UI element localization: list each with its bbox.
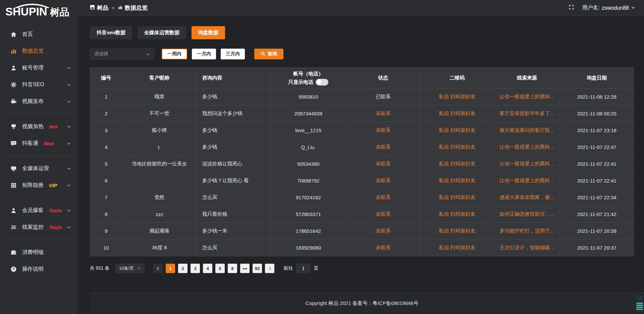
page-button-5[interactable]: 5 bbox=[215, 264, 225, 273]
source-link[interactable]: 无主灯设计，智能磁吸轨道灯... bbox=[494, 240, 560, 256]
new-tag: New bbox=[44, 141, 54, 146]
phone-only-toggle[interactable] bbox=[316, 79, 328, 86]
sidebar-item-data-overview[interactable]: 数据总览 bbox=[0, 43, 78, 59]
sidebar-item-lead-monitor[interactable]: 线索监控 Tools bbox=[0, 219, 78, 235]
table-header-row: 编号 客户昵称 咨询内容 帐号（电话） 只显示电话 状态 二维码 线索来源 bbox=[90, 68, 634, 89]
menu-divider bbox=[5, 114, 72, 114]
cell-date: 2021-11-07 22:34 bbox=[560, 189, 634, 206]
breadcrumb-current[interactable]: 数据总览 bbox=[118, 4, 148, 12]
floating-widget[interactable] bbox=[635, 293, 644, 312]
sidebar-item-home[interactable]: 首页 bbox=[0, 26, 78, 43]
sidebar-item-douketong[interactable]: 抖客通 New bbox=[0, 135, 78, 152]
screen-icon bbox=[10, 165, 17, 172]
page-button-92[interactable]: 92 bbox=[253, 264, 262, 273]
logo-text-cn: 树品 bbox=[50, 7, 69, 17]
status-badge: 未联系 bbox=[346, 122, 420, 139]
cell-content: 多少钱 bbox=[197, 89, 270, 105]
chevron-down-icon bbox=[67, 183, 71, 188]
tools-tag: Tools bbox=[49, 208, 62, 213]
sidebar: SHUPIN 树品 首页 数据总览 账号管理 抖音SEO bbox=[0, 0, 78, 314]
tab-omnimedia-data[interactable]: 全媒体运营数据 bbox=[138, 26, 186, 39]
period-month-button[interactable]: 一月内 bbox=[192, 49, 216, 59]
chevron-down-icon bbox=[67, 208, 71, 213]
next-page-button[interactable] bbox=[265, 264, 274, 273]
prev-page-button[interactable] bbox=[153, 264, 163, 273]
cell-nickname: L bbox=[122, 139, 197, 156]
cell-no: 10 bbox=[90, 240, 122, 256]
qrcode-link[interactable]: 私信 扫码加好友 bbox=[420, 189, 494, 206]
cell-date: 2021-11-07 22:47 bbox=[560, 139, 634, 156]
sidebar-item-video-publish[interactable]: 视频发布 bbox=[0, 93, 78, 110]
source-link[interactable]: 让你一眼就爱上的黑科技，能... bbox=[494, 139, 560, 156]
period-quarter-button[interactable]: 三月内 bbox=[221, 49, 245, 59]
menu-divider bbox=[5, 198, 72, 198]
cell-content: 多少钱 bbox=[197, 139, 270, 156]
page-size-select[interactable]: 10条/页 bbox=[115, 264, 145, 273]
table-row: 9 潮起潮落 多少钱一米 178651642 未联系 私信 扫码加好友 多功能护… bbox=[90, 223, 634, 240]
chevron-down-icon bbox=[631, 5, 635, 11]
search-icon bbox=[261, 51, 265, 57]
cell-content: 我想问这个多少钱 bbox=[197, 105, 270, 122]
page-button-3[interactable]: 3 bbox=[191, 264, 200, 273]
source-link[interactable]: 被大家追着问的客厅投影分享... bbox=[494, 122, 560, 139]
table-row: 6 多少钱？让我死心 看 70898792 未联系 私信 扫码加好友 让你一眼就… bbox=[90, 172, 634, 189]
cell-content: 多少钱 bbox=[197, 122, 270, 139]
qrcode-link[interactable]: 私信 扫码加好友 bbox=[420, 156, 494, 172]
qrcode-link[interactable]: 私信 扫码加好友 bbox=[420, 139, 494, 156]
sidebar-item-consumption-detail[interactable]: 消费明细 bbox=[0, 244, 78, 261]
copyright-text: Copyright 树品 2021 备案号：粤ICP备09019646号 bbox=[306, 300, 419, 307]
query-button[interactable]: 查询 bbox=[254, 49, 283, 59]
sidebar-item-matrix-boost[interactable]: 矩阵助推 VIP bbox=[0, 177, 78, 194]
sidebar-item-label: 全媒体运营 bbox=[22, 165, 49, 172]
qrcode-link[interactable]: 私信 扫码加好友 bbox=[420, 240, 494, 256]
qrcode-link[interactable]: 私信 扫码加好友 bbox=[420, 206, 494, 223]
qrcode-link[interactable]: 私信 扫码加好友 bbox=[420, 122, 494, 139]
sidebar-item-label: 首页 bbox=[22, 31, 33, 38]
page-button-4[interactable]: 4 bbox=[203, 264, 212, 273]
source-link[interactable]: 感谢大家喜欢我家，被问了好... bbox=[494, 189, 560, 206]
qrcode-link[interactable]: 私信 扫码加好友 bbox=[420, 172, 494, 189]
user-icon bbox=[10, 64, 17, 71]
qrcode-link[interactable]: 私信 扫码加好友 bbox=[420, 105, 494, 122]
status-badge: 未联系 bbox=[346, 223, 420, 240]
bar-chart-icon bbox=[10, 48, 17, 54]
page-ellipsis-button[interactable]: ••• bbox=[240, 264, 250, 273]
page-button-6[interactable]: 6 bbox=[228, 264, 237, 273]
user-menu[interactable]: 用户名: zswodun88 bbox=[582, 4, 635, 11]
source-link[interactable]: 让你一眼就爱上的黑科技，能... bbox=[494, 156, 560, 172]
sidebar-item-video-heat[interactable]: 视频加热 Hot bbox=[0, 118, 78, 135]
source-link[interactable]: 客厅安装投影半年多了，真实... bbox=[494, 105, 560, 122]
qrcode-link[interactable]: 私信 扫码加好友 bbox=[420, 223, 494, 240]
sidebar-item-label: 操作说明 bbox=[22, 266, 44, 273]
filter-select[interactable]: 请选择 bbox=[90, 49, 154, 59]
sidebar-item-account-mgmt[interactable]: 账号管理 bbox=[0, 59, 78, 76]
chevron-down-icon bbox=[67, 166, 71, 171]
table-row: 4 L 多少钱 Q_Liu. 未联系 私信 扫码加好友 让你一眼就爱上的黑科技，… bbox=[90, 139, 634, 156]
cell-nickname: 当地比较能吃的一位美女 bbox=[122, 156, 197, 172]
goto-suffix: 页 bbox=[314, 265, 318, 271]
chevron-down-icon bbox=[137, 266, 141, 271]
sliders-icon bbox=[10, 224, 17, 230]
sidebar-item-instructions[interactable]: ? 操作说明 bbox=[0, 261, 78, 277]
qrcode-link[interactable]: 私信 扫码加好友 bbox=[420, 89, 494, 105]
page-button-1[interactable]: 1 bbox=[166, 264, 175, 273]
page-button-2[interactable]: 2 bbox=[178, 264, 187, 273]
source-link[interactable]: 让你一眼就爱上的黑科技，能... bbox=[494, 89, 560, 105]
sidebar-item-douyin-seo[interactable]: 抖音SEO bbox=[0, 76, 78, 93]
fullscreen-icon[interactable] bbox=[569, 4, 574, 11]
source-link[interactable]: 多功能护栏灯，适用于乡村文... bbox=[494, 223, 560, 240]
source-link[interactable]: 如何正确选择投影仪，买投影... bbox=[494, 206, 560, 223]
cell-account: 50534380 bbox=[271, 156, 346, 172]
chevron-down-icon bbox=[67, 141, 71, 146]
sidebar-item-omnimedia-ops[interactable]: 全媒体运营 bbox=[0, 160, 78, 177]
table-row: 1 哦章 多少钱 9583810 已联系 私信 扫码加好友 让你一眼就爱上的黑科… bbox=[90, 89, 634, 105]
source-link[interactable]: 让你一眼就爱上的黑科技，能... bbox=[494, 172, 560, 189]
breadcrumb-root[interactable]: 树品 bbox=[90, 4, 108, 12]
vip-tag: VIP bbox=[49, 182, 57, 188]
cell-no: 8 bbox=[90, 206, 122, 223]
period-week-button[interactable]: 一周内 bbox=[162, 49, 187, 59]
tab-douyin-seo-data[interactable]: 抖音seo数据 bbox=[90, 26, 132, 39]
goto-page-input[interactable] bbox=[296, 264, 310, 273]
sidebar-item-member-baoke[interactable]: 会员爆客 Tools bbox=[0, 202, 78, 219]
tab-inquiry-data[interactable]: 询盘数据 bbox=[192, 26, 225, 39]
